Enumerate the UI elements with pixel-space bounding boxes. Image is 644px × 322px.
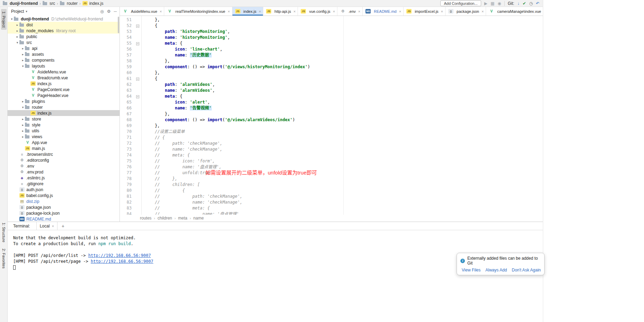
commit-icon[interactable]: ✔ <box>522 1 526 6</box>
toolwindow-button-structure[interactable]: 1: Structure <box>1 220 7 245</box>
breadcrumb-item[interactable]: JSindex.js <box>82 1 104 6</box>
chevron-right-icon[interactable]: ▸ <box>15 23 19 27</box>
run-icon[interactable]: ▶ <box>484 1 487 6</box>
tree-item[interactable]: VApp.vue <box>8 140 120 145</box>
chevron-down-icon[interactable]: ▾ <box>21 106 25 109</box>
editor-tab[interactable]: JSindex.js× <box>232 7 264 16</box>
line-number[interactable]: 73 <box>120 146 134 152</box>
tree-item[interactable]: ▸node_moduleslibrary root <box>8 28 120 34</box>
breadcrumb-item[interactable]: duoji-frontend <box>3 1 38 6</box>
tree-item[interactable]: VPageContent.vue <box>8 87 120 92</box>
line-number[interactable]: 63 <box>120 88 134 93</box>
close-icon[interactable]: × <box>441 9 443 14</box>
line-number[interactable]: 75 <box>120 158 134 164</box>
tree-item[interactable]: ▸assets <box>8 51 120 57</box>
line-number[interactable]: 83 <box>120 205 134 211</box>
breadcrumb-item[interactable]: src <box>43 1 55 6</box>
chevron-down-icon[interactable]: ▾ <box>21 64 25 68</box>
fold-marker-icon[interactable] <box>134 93 141 99</box>
editor-tab[interactable]: VAsideMenu.vue× <box>120 7 164 16</box>
tree-item[interactable]: {}auth.json <box>8 187 120 193</box>
editor-tab[interactable]: MDREADME.md× <box>363 7 404 16</box>
tree-item[interactable]: ≡.browserslistrc <box>8 151 120 157</box>
add-configuration-button[interactable]: Add Configuration... <box>440 0 481 6</box>
tree-item[interactable]: ▾layouts <box>8 63 120 69</box>
new-terminal-button[interactable]: + <box>62 223 64 229</box>
update-project-icon[interactable]: ↓ <box>517 1 519 6</box>
line-number[interactable]: 64 <box>120 93 134 99</box>
tree-item[interactable]: ▾src <box>8 39 120 45</box>
fold-marker-icon[interactable] <box>134 41 141 46</box>
line-number[interactable]: 81 <box>120 194 134 199</box>
toolwindow-button-project[interactable]: 1: Project <box>1 9 7 30</box>
tree-item[interactable]: ▤dist.zip <box>8 198 120 204</box>
editor-tab[interactable]: VcameraManage\index.vue× <box>486 7 543 16</box>
close-icon[interactable]: × <box>399 9 401 14</box>
editor-tab[interactable]: {}package.json× <box>445 7 486 16</box>
tree-item[interactable]: ▾duoji-frontendD:\zheheWeb\duoji-fronten… <box>8 16 120 22</box>
tree-item[interactable]: JSindex.js <box>8 110 120 116</box>
line-number[interactable]: 67 <box>120 111 134 117</box>
line-number[interactable]: 54 <box>120 35 134 41</box>
line-number[interactable]: 78 <box>120 176 134 182</box>
line-number[interactable]: 51 <box>120 17 134 23</box>
terminal-output[interactable]: Note that the development build is not o… <box>8 230 543 322</box>
settings-icon[interactable]: ⚙ <box>107 9 111 14</box>
line-number[interactable]: 82 <box>120 199 134 205</box>
history-icon[interactable]: ◷ <box>529 1 532 6</box>
line-number[interactable]: 71 <box>120 135 134 141</box>
build-icon[interactable]: ▦ <box>491 1 494 6</box>
tree-item[interactable]: ⚙.editorconfig <box>8 157 120 163</box>
line-number[interactable]: 80 <box>120 188 134 194</box>
tree-item[interactable]: ◆.eslintrc.js <box>8 175 120 181</box>
tree-scrollbar[interactable] <box>118 17 119 33</box>
line-number[interactable]: 55 <box>120 41 134 46</box>
editor[interactable]: 51 },52 {53 path: 'historyMonitoring',54… <box>120 16 543 215</box>
chevron-right-icon[interactable]: ▸ <box>21 129 25 133</box>
tree-item[interactable]: {}package-lock.json <box>8 210 120 216</box>
editor-tab[interactable]: ⚙.env× <box>337 7 363 16</box>
tree-item[interactable]: ▸views <box>8 134 120 140</box>
close-icon[interactable]: × <box>333 9 335 14</box>
tree-item[interactable]: ▸dist <box>8 22 120 28</box>
chevron-right-icon[interactable]: ▸ <box>21 135 25 138</box>
tree-item[interactable]: JSmain.js <box>8 145 120 151</box>
close-icon[interactable]: × <box>228 9 230 14</box>
chevron-right-icon[interactable]: ▸ <box>21 53 25 56</box>
line-number[interactable]: 76 <box>120 164 134 170</box>
chevron-right-icon[interactable]: ▸ <box>21 47 25 50</box>
line-number[interactable]: 70 <box>120 129 134 135</box>
line-number[interactable]: 62 <box>120 82 134 88</box>
notification-action[interactable]: Don't Ask Again <box>512 268 541 272</box>
line-number[interactable]: 69 <box>120 123 134 129</box>
breadcrumb-item[interactable]: routes <box>140 216 151 221</box>
editor-tab[interactable]: JSvue.config.js× <box>298 7 337 16</box>
terminal-link[interactable]: http://192.168.66.56:9007 <box>88 253 151 258</box>
chevron-down-icon[interactable]: ▾ <box>15 41 19 44</box>
tree-item[interactable]: ▸utils <box>8 128 120 134</box>
close-icon[interactable]: × <box>52 224 54 228</box>
editor-tab[interactable]: JShttp-api.js× <box>263 7 298 16</box>
fold-marker-icon[interactable] <box>134 76 141 82</box>
close-icon[interactable]: × <box>293 9 295 14</box>
editor-tab[interactable]: JSimportExcel.js× <box>404 7 445 16</box>
line-number[interactable]: 53 <box>120 29 134 35</box>
chevron-down-icon[interactable]: ▾ <box>10 17 14 21</box>
tree-item[interactable]: ▸api <box>8 45 120 51</box>
tree-item[interactable]: ⚙.env <box>8 163 120 169</box>
line-number[interactable]: 84 <box>120 211 134 215</box>
line-number[interactable]: 52 <box>120 23 134 29</box>
tree-item[interactable]: ▸public <box>8 34 120 39</box>
editor-tab[interactable]: VrealTimeMonitoring\index.vue× <box>164 7 232 16</box>
chevron-right-icon[interactable]: ▸ <box>21 100 25 103</box>
line-number[interactable]: 68 <box>120 117 134 123</box>
tree-item[interactable]: JSindex.js <box>8 81 120 87</box>
line-number[interactable]: 72 <box>120 141 134 146</box>
tree-item[interactable]: MDREADME.md <box>8 216 120 222</box>
line-number[interactable]: 58 <box>120 58 134 64</box>
terminal-tab-local[interactable]: Local × <box>36 222 58 230</box>
line-number[interactable]: 59 <box>120 64 134 70</box>
line-number[interactable]: 56 <box>120 46 134 52</box>
line-number[interactable]: 79 <box>120 182 134 188</box>
tree-item[interactable]: VPageHeader.vue <box>8 92 120 98</box>
